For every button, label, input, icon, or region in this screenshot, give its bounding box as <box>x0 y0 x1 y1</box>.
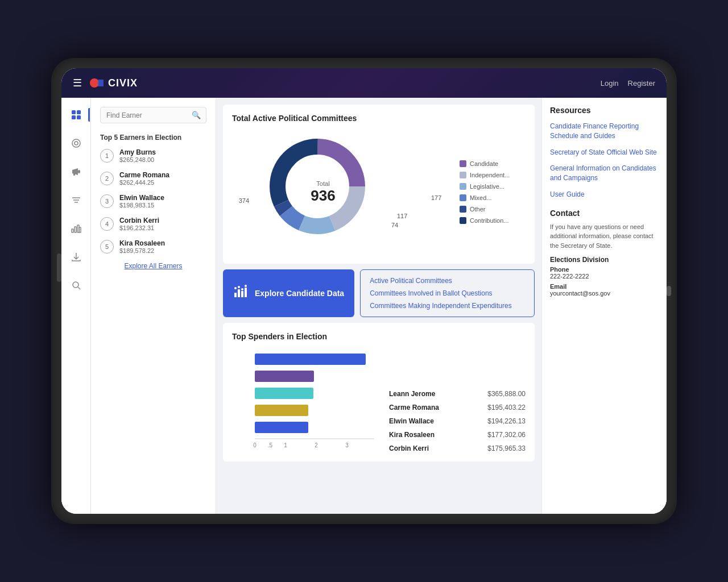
contact-org: Elections Division <box>550 256 659 264</box>
find-earner-input[interactable] <box>106 111 192 119</box>
earner-item[interactable]: 3 Elwin Wallace $198,983.15 <box>100 194 206 209</box>
earner-rank: 2 <box>100 172 114 185</box>
spender-row: Carme Romana $195,403.22 <box>389 404 526 411</box>
search-icon: 🔍 <box>192 111 201 119</box>
svg-point-24 <box>241 288 243 290</box>
bar-chart-area: 0 .5 1 2 3 <box>232 348 380 452</box>
resource-link-sos[interactable]: Secretary of State Official Web Site <box>550 148 659 157</box>
earner-name: Elwin Wallace <box>119 194 206 202</box>
earner-amount: $198,983.15 <box>119 202 206 209</box>
spender-row: Elwin Wallace $194,226.13 <box>389 417 526 425</box>
svg-point-6 <box>75 142 78 145</box>
svg-point-23 <box>238 286 240 288</box>
top-spenders-card: Top Spenders in Election <box>223 323 535 462</box>
logo-icon <box>89 75 105 91</box>
svg-rect-13 <box>75 227 76 232</box>
search-box[interactable]: 🔍 <box>100 107 206 123</box>
svg-text:.5: .5 <box>268 442 273 448</box>
resource-link-general-info[interactable]: General Information on Candidates and Ca… <box>550 164 659 183</box>
svg-rect-21 <box>245 288 247 297</box>
earner-rank: 5 <box>100 240 114 253</box>
svg-rect-19 <box>238 289 240 297</box>
label-117: 117 <box>397 213 420 219</box>
contact-email-label: Email <box>550 283 659 290</box>
spender-row: Leann Jerome $365,888.00 <box>389 390 526 398</box>
sidebar-item-dashboard[interactable] <box>67 106 85 124</box>
resource-link-candidate-finance[interactable]: Candidate Finance Reporting Schedule and… <box>550 122 659 141</box>
explore-link-ballot[interactable]: Committees Involved in Ballot Questions <box>370 289 525 297</box>
svg-rect-20 <box>241 291 243 297</box>
spender-amount: $194,226.13 <box>487 417 526 425</box>
svg-rect-26 <box>255 354 366 365</box>
legend-dot-other <box>460 206 466 213</box>
earner-item[interactable]: 4 Corbin Kerri $196,232.31 <box>100 217 206 231</box>
svg-text:0: 0 <box>253 442 257 448</box>
legend-label-mixed: Mixed... <box>470 194 492 201</box>
sidebar-item-search[interactable] <box>67 276 85 294</box>
explore-section: Explore Candidate Data Active Political … <box>223 269 535 317</box>
svg-point-16 <box>73 282 78 288</box>
sidebar-item-reports[interactable] <box>67 219 85 238</box>
earner-info: Carme Romana $262,444.25 <box>119 171 206 186</box>
explore-link-independent[interactable]: Committees Making Independent Expenditur… <box>370 302 525 310</box>
legend-label-candidate: Candidate <box>470 160 498 167</box>
sidebar-item-filters[interactable] <box>67 191 85 209</box>
legend-mixed: Mixed... <box>460 194 510 201</box>
chart-left-label: 374 <box>232 180 249 204</box>
resource-link-user-guide[interactable]: User Guide <box>550 190 659 199</box>
explore-chart-icon <box>233 284 249 303</box>
earner-name: Corbin Kerri <box>119 217 206 225</box>
sidebar-item-announcements[interactable] <box>67 163 85 181</box>
svg-rect-2 <box>77 110 81 114</box>
explore-link-active[interactable]: Active Political Committees <box>370 277 525 285</box>
legend-label-contribution: Contribution... <box>470 217 508 224</box>
tablet-screen: ☰ CIVIX Login Register <box>61 68 667 514</box>
resources-title: Resources <box>550 106 659 115</box>
earner-item[interactable]: 2 Carme Romana $262,444.25 <box>100 171 206 186</box>
sidebar <box>61 98 91 514</box>
legend-label-legislative: Legislative... <box>470 183 504 190</box>
app-body: 🔍 Top 5 Earners in Election 1 Amy Burns … <box>61 98 667 514</box>
spender-name: Elwin Wallace <box>389 417 434 425</box>
right-panel: Resources Candidate Finance Reporting Sc… <box>541 98 667 514</box>
spender-name: Carme Romana <box>389 404 439 411</box>
earner-rank: 3 <box>100 194 114 208</box>
login-button[interactable]: Login <box>601 79 619 88</box>
legend-independent: Independent... <box>460 172 510 178</box>
legend-dot-contribution <box>460 217 466 224</box>
register-button[interactable]: Register <box>628 79 655 88</box>
svg-rect-1 <box>72 110 76 114</box>
explore-all-earners-link[interactable]: Explore All Earners <box>100 262 206 270</box>
donut-total-label: Total <box>311 180 335 187</box>
legend-other: Other <box>460 206 510 213</box>
svg-rect-18 <box>234 293 237 297</box>
svg-rect-3 <box>72 115 76 119</box>
svg-rect-12 <box>72 229 73 232</box>
spenders-content: 0 .5 1 2 3 Leann Jerome $365,888.00 <box>232 348 526 452</box>
header-left: ☰ CIVIX <box>73 75 138 91</box>
spender-amount: $175,965.33 <box>487 444 526 452</box>
header-right: Login Register <box>601 79 655 88</box>
svg-text:3: 3 <box>345 442 349 448</box>
sidebar-item-explore[interactable] <box>67 134 85 152</box>
svg-point-0 <box>90 78 99 88</box>
power-button <box>667 286 671 296</box>
earner-item[interactable]: 1 Amy Burns $265,248.00 <box>100 148 206 163</box>
earner-item[interactable]: 5 Kira Rosaleen $189,578.22 <box>100 239 206 254</box>
chart-area: 374 <box>232 130 526 255</box>
legend-dot-legislative <box>460 183 466 190</box>
contact-description: If you have any questions or need additi… <box>550 222 659 251</box>
legend-candidate: Candidate <box>460 160 510 167</box>
legend-legislative: Legislative... <box>460 183 510 190</box>
spender-name: Kira Rosaleen <box>389 431 435 439</box>
logo: CIVIX <box>89 75 138 91</box>
sidebar-item-download[interactable] <box>67 248 85 266</box>
left-panel: 🔍 Top 5 Earners in Election 1 Amy Burns … <box>91 98 216 514</box>
svg-rect-7 <box>78 170 80 173</box>
explore-candidate-data-button[interactable]: Explore Candidate Data <box>223 269 354 317</box>
donut-chart-card: Total Active Political Committees 374 <box>223 105 535 264</box>
legend-dot-mixed <box>460 194 466 201</box>
spender-name: Corbin Kerri <box>389 444 429 452</box>
earner-info: Kira Rosaleen $189,578.22 <box>119 239 206 254</box>
menu-icon[interactable]: ☰ <box>73 77 82 89</box>
